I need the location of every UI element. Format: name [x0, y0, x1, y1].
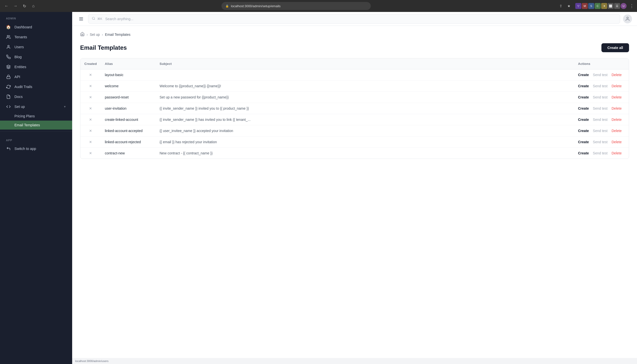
table-row: ✕ user-invitation {{ invite_sender_name … [80, 103, 629, 114]
search-icon [92, 17, 95, 21]
search-bar[interactable]: ⌘K [88, 14, 620, 24]
actions-cell: Create Send test Delete [574, 69, 629, 80]
send-test-button[interactable]: Send test [593, 129, 608, 133]
sidebar-item-entities[interactable]: Entities [0, 62, 72, 72]
send-test-button[interactable]: Send test [593, 140, 608, 144]
alias-cell: create-linked-account [101, 114, 156, 125]
share-button[interactable]: ⇧ [557, 2, 564, 10]
browser-chrome: ← → ↻ ⌂ 🔒 localhost:3000/admin/setup/ema… [0, 0, 637, 12]
breadcrumb-setup[interactable]: Set up [90, 32, 100, 36]
svg-line-8 [94, 19, 95, 20]
actions-cell: Create Send test Delete [574, 103, 629, 114]
col-alias: Alias [101, 58, 156, 69]
sidebar-item-tenants[interactable]: Tenants [0, 32, 72, 42]
sidebar-item-api[interactable]: API [0, 72, 72, 82]
subject-cell: {{ invite_sender_name }} invited you to … [156, 103, 574, 114]
browser-action-buttons: ⇧ ★ [557, 2, 572, 10]
delete-button[interactable]: Delete [612, 95, 621, 99]
create-button[interactable]: Create [578, 140, 589, 144]
app-section-label: APP [0, 134, 72, 144]
api-icon [6, 74, 11, 79]
search-shortcut: ⌘K [97, 17, 102, 21]
create-button[interactable]: Create [578, 129, 589, 133]
create-button[interactable]: Create [578, 151, 589, 155]
back-button[interactable]: ← [3, 2, 10, 10]
table-row: ✕ create-linked-account {{ invite_sender… [80, 114, 629, 125]
ext-7: ☰ [614, 3, 620, 9]
create-button[interactable]: Create [578, 118, 589, 122]
svg-point-9 [627, 17, 628, 19]
app-container: ADMIN 🏠 Dashboard Tenants Users Blog [0, 12, 637, 364]
delete-button[interactable]: Delete [612, 118, 621, 122]
table-row: ✕ layout-basic Create Send test Delete [80, 69, 629, 80]
search-input[interactable] [105, 17, 616, 21]
home-button[interactable]: ⌂ [30, 2, 37, 10]
status-bar: localhost:3000/admin/users [72, 358, 637, 364]
sidebar-item-setup[interactable]: Set up ▼ [0, 102, 72, 112]
delete-button[interactable]: Delete [612, 106, 621, 110]
send-test-button[interactable]: Send test [593, 73, 608, 77]
delete-button[interactable]: Delete [612, 129, 621, 133]
sidebar-item-label: Docs [15, 95, 66, 99]
subject-cell: Set up a new password for {{product_name… [156, 92, 574, 103]
row-check-cell: ✕ [80, 125, 101, 136]
sidebar-item-blog[interactable]: Blog [0, 52, 72, 62]
col-actions: Actions [574, 58, 629, 69]
audit-trails-icon [6, 84, 11, 89]
entities-icon [6, 65, 11, 69]
email-templates-table: Created Alias Subject Actions ✕ layout-b… [80, 58, 629, 159]
breadcrumb-separator: › [87, 32, 88, 36]
forward-button[interactable]: → [12, 2, 19, 10]
send-test-button[interactable]: Send test [593, 106, 608, 110]
sidebar-item-label: Dashboard [15, 25, 66, 29]
switch-icon [6, 146, 11, 151]
sidebar-item-pricing-plans[interactable]: Pricing Plans [0, 112, 72, 120]
ext-2: M [582, 3, 588, 9]
admin-section-label: ADMIN [0, 12, 72, 22]
bookmark-button[interactable]: ★ [565, 2, 572, 10]
sidebar-item-email-templates[interactable]: Email Templates [0, 120, 72, 130]
create-all-button[interactable]: Create all [601, 43, 629, 52]
sidebar-item-users[interactable]: Users [0, 42, 72, 52]
delete-button[interactable]: Delete [612, 151, 621, 155]
address-bar[interactable]: 🔒 localhost:3000/admin/setup/emails [221, 2, 371, 10]
sidebar-item-audit-trails[interactable]: Audit Trails [0, 82, 72, 92]
row-check-cell: ✕ [80, 92, 101, 103]
reload-button[interactable]: ↻ [21, 2, 28, 10]
send-test-button[interactable]: Send test [593, 95, 608, 99]
breadcrumb-home[interactable] [80, 32, 85, 37]
create-button[interactable]: Create [578, 84, 589, 88]
send-test-button[interactable]: Send test [593, 151, 608, 155]
main-content: ⌘K › Set up › Email Templates Email Tem [72, 12, 637, 364]
subject-cell: New contract - {{ contract_name }} [156, 148, 574, 159]
alias-cell: linked-account-accepted [101, 125, 156, 136]
top-bar: ⌘K [72, 12, 637, 26]
chevron-down-icon: ▼ [64, 105, 66, 108]
sidebar-item-switch-to-app[interactable]: Switch to app [0, 144, 72, 154]
create-button[interactable]: Create [578, 106, 589, 110]
sidebar-divider [0, 132, 72, 132]
alias-cell: welcome [101, 80, 156, 92]
page-content: › Set up › Email Templates Email Templat… [72, 26, 637, 358]
menu-toggle-button[interactable] [77, 15, 85, 23]
alias-cell: user-invitation [101, 103, 156, 114]
send-test-button[interactable]: Send test [593, 84, 608, 88]
sidebar-item-label: Audit Trails [15, 85, 66, 89]
row-check-cell: ✕ [80, 114, 101, 125]
send-test-button[interactable]: Send test [593, 118, 608, 122]
create-button[interactable]: Create [578, 73, 589, 77]
ext-6: ⬜ [608, 3, 614, 9]
sidebar: ADMIN 🏠 Dashboard Tenants Users Blog [0, 12, 72, 364]
create-button[interactable]: Create [578, 95, 589, 99]
alias-cell: password-reset [101, 92, 156, 103]
breadcrumb: › Set up › Email Templates [80, 32, 629, 37]
delete-button[interactable]: Delete [612, 73, 621, 77]
table-row: ✕ contract-new New contract - {{ contrac… [80, 148, 629, 159]
delete-button[interactable]: Delete [612, 140, 621, 144]
delete-button[interactable]: Delete [612, 84, 621, 88]
ext-1: ▽ [575, 3, 581, 9]
user-avatar[interactable] [623, 14, 632, 23]
browser-menu-button[interactable]: ⋮ [629, 3, 634, 9]
sidebar-item-docs[interactable]: Docs [0, 92, 72, 102]
sidebar-item-dashboard[interactable]: 🏠 Dashboard [0, 22, 72, 32]
